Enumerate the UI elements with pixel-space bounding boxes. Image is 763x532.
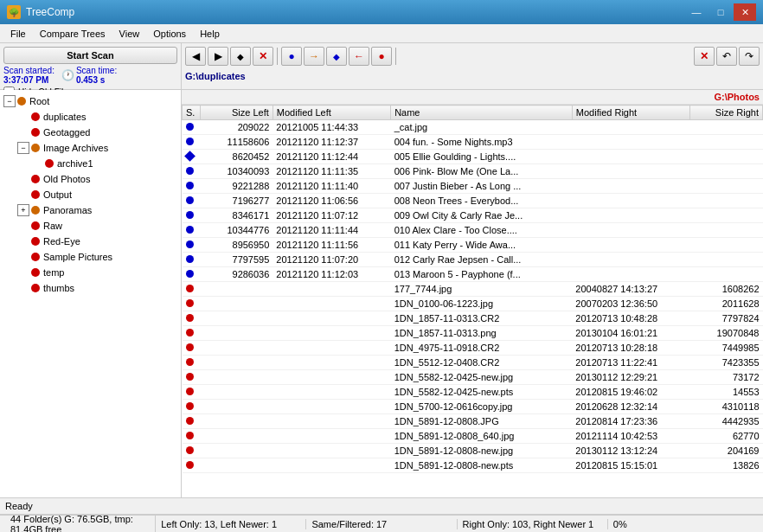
table-row[interactable]: 1DN_1857-11-0313.CR220120713 10:48:28779… (183, 311, 763, 326)
toolbar-btn-diamond[interactable]: ◆ (230, 47, 251, 66)
size-right (690, 208, 763, 223)
tree-item[interactable]: thumbs (3, 280, 177, 296)
table-row[interactable]: 1DN_5891-12-0808.JPG20120814 17:23:36444… (183, 414, 763, 429)
toolbar-btn-right-dot[interactable]: ● (371, 47, 392, 66)
start-scan-button[interactable]: Start Scan (3, 47, 177, 64)
row-indicator (183, 238, 201, 253)
close-button[interactable]: ✕ (734, 3, 756, 21)
modified-right: 20130112 12:29:21 (572, 370, 689, 385)
menu-compare-trees[interactable]: Compare Trees (33, 27, 112, 41)
tree-expand-icon[interactable]: − (17, 142, 29, 154)
table-row[interactable]: 928603620121120 11:12:03013 Maroon 5 - P… (183, 267, 763, 282)
file-name: 1DN_5582-12-0425-new.pts (391, 385, 573, 400)
tree-item[interactable]: duplicates (3, 109, 177, 125)
table-row[interactable]: 1034009320121120 11:11:35006 Pink- Blow … (183, 164, 763, 179)
table-row[interactable]: 1DN_4975-11-0918.CR220120713 10:28:18744… (183, 341, 763, 356)
table-row[interactable]: 779759520121120 11:07:20012 Carly Rae Je… (183, 253, 763, 267)
table-row[interactable]: 834617120121120 11:07:12009 Owl City & C… (183, 208, 763, 223)
table-row[interactable]: 1DN_5891-12-0808-new.pts20120815 15:15:0… (183, 458, 763, 473)
right-path-row: G:\Photos (182, 90, 763, 105)
toolbar-btn-back[interactable]: ◀ (185, 47, 206, 66)
menu-file[interactable]: File (3, 27, 33, 41)
maximize-button[interactable]: □ (709, 3, 732, 21)
red-dot-icon (186, 461, 194, 469)
table-row[interactable]: 922128820121120 11:11:40007 Justin Biebe… (183, 179, 763, 194)
table-row[interactable]: 1DN_5891-12-0808-new.jpg20130112 13:12:2… (183, 444, 763, 458)
tree-item[interactable]: Sample Pictures (3, 249, 177, 265)
tree-item[interactable]: +Panoramas (3, 202, 177, 218)
tree-item-label: Raw (43, 221, 62, 231)
toolbar-btn-arrow-right[interactable]: → (304, 47, 324, 66)
tree-dot-icon (31, 253, 40, 261)
table-row[interactable]: 1DN_5582-12-0425-new.jpg20130112 12:29:2… (183, 370, 763, 385)
tree-expand-icon[interactable]: − (3, 95, 16, 107)
modified-left (272, 356, 390, 370)
file-table-wrapper[interactable]: S. Size Left Modified Left Name Modified… (182, 105, 763, 497)
toolbar-btn-arrow-left[interactable]: ← (349, 47, 369, 66)
tree-item[interactable]: archive1 (3, 156, 177, 171)
tree-item-label: temp (43, 267, 64, 278)
left-panel: −RootduplicatesGeotagged−Image Archivesa… (0, 90, 182, 497)
menu-help[interactable]: Help (193, 27, 227, 41)
modified-right: 20070203 12:36:50 (572, 297, 689, 311)
table-row[interactable]: 1DN_5700-12-0616copy.jpg20120628 12:32:1… (183, 400, 763, 414)
size-right: 73172 (690, 370, 763, 385)
size-right (690, 164, 763, 179)
modified-right: 20130112 13:12:24 (572, 444, 689, 458)
tree-item[interactable]: Geotagged (3, 125, 177, 140)
file-name: 006 Pink- Blow Me (One La... (391, 164, 573, 179)
table-row[interactable]: 862045220121120 11:12:44005 Ellie Gouldi… (183, 150, 763, 164)
table-row[interactable]: 895695020121120 11:11:56011 Katy Perry -… (183, 238, 763, 253)
blue-dot-icon (186, 196, 194, 204)
modified-left (272, 326, 390, 341)
menu-options[interactable]: Options (146, 27, 193, 41)
tree-item-label: Old Photos (43, 174, 90, 184)
modified-left: 20121120 11:11:35 (272, 164, 390, 179)
tree-item[interactable]: −Root (3, 93, 177, 109)
table-row[interactable]: 1DN_0100-06-1223.jpg20070203 12:36:50201… (183, 297, 763, 311)
tree-expand-icon[interactable]: + (17, 204, 29, 216)
size-left (200, 341, 272, 356)
blue-dot-icon (186, 255, 194, 263)
tree-item[interactable]: Output (3, 187, 177, 202)
toolbar-button-row: ◀ ▶ ◆ ✕ ● → ◆ ← ● ✕ ↶ ↷ (185, 47, 760, 66)
table-row[interactable]: 1DN_5512-12-0408.CR220120713 11:22:41742… (183, 356, 763, 370)
size-left (200, 356, 272, 370)
table-row[interactable]: 719627720121120 11:06:56008 Neon Trees -… (183, 194, 763, 208)
tree-item[interactable]: Old Photos (3, 171, 177, 187)
table-row[interactable]: 20902220121005 11:44:33_cat.jpg (183, 120, 763, 135)
modified-right (572, 164, 689, 179)
modified-left: 20121120 11:11:44 (272, 223, 390, 238)
file-name: 1DN_4975-11-0918.CR2 (391, 341, 573, 356)
table-row[interactable]: 1DN_5891-12-0808_640.jpg20121114 10:42:5… (183, 429, 763, 444)
size-left: 10344776 (200, 223, 272, 238)
tree-item[interactable]: −Image Archives (3, 140, 177, 156)
row-indicator (183, 150, 201, 164)
toolbar-btn-redo[interactable]: ↷ (739, 47, 760, 66)
tree-item[interactable]: Red-Eye (3, 234, 177, 249)
minimize-button[interactable]: — (685, 3, 708, 21)
size-left (200, 444, 272, 458)
blue-dot-icon (186, 226, 194, 234)
table-row[interactable]: 1DN_5582-12-0425-new.pts20120815 19:46:0… (183, 385, 763, 400)
file-name: 1DN_5891-12-0808-new.pts (391, 458, 573, 473)
blue-dot-icon (186, 167, 194, 175)
modified-left (272, 429, 390, 444)
modified-left: 20121005 11:44:33 (272, 120, 390, 135)
toolbar-btn-center-diamond[interactable]: ◆ (326, 47, 347, 66)
toolbar-btn-undo[interactable]: ↶ (716, 47, 737, 66)
toolbar-btn-forward[interactable]: ▶ (208, 47, 228, 66)
toolbar-btn-left-dot[interactable]: ● (281, 47, 302, 66)
table-row[interactable]: 177_7744.jpg20040827 14:13:271608262 (183, 282, 763, 297)
status-left-only: Left Only: 13, Left Newer: 1 (156, 519, 306, 529)
table-row[interactable]: 1034477620121120 11:11:44010 Alex Clare … (183, 223, 763, 238)
toolbar-btn-x[interactable]: ✕ (253, 47, 273, 66)
table-row[interactable]: 1115860620121120 11:12:37004 fun. - Some… (183, 135, 763, 150)
modified-right: 20120814 17:23:36 (572, 414, 689, 429)
toolbar-btn-x2[interactable]: ✕ (694, 47, 715, 66)
table-row[interactable]: 1DN_1857-11-0313.png20130104 16:01:21190… (183, 326, 763, 341)
tree-item[interactable]: temp (3, 265, 177, 280)
row-indicator (183, 282, 201, 297)
tree-item[interactable]: Raw (3, 218, 177, 234)
menu-view[interactable]: View (112, 27, 147, 41)
